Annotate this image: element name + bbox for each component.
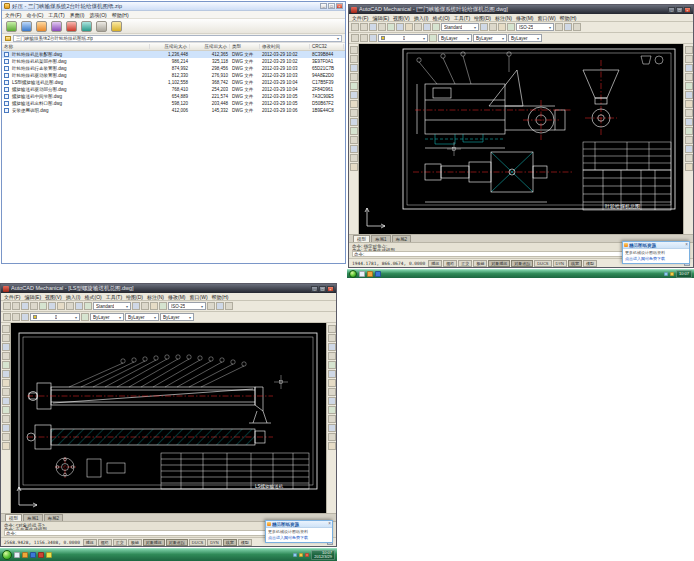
polyline-icon[interactable] xyxy=(2,334,10,342)
file-row[interactable]: 安装使用说明.dwg 412,006 145,332 DWG 文件 2012-0… xyxy=(2,107,345,114)
designcenter-icon[interactable] xyxy=(564,23,572,31)
color-combo[interactable]: ByLayer▾ xyxy=(90,313,124,321)
chevron-down-icon[interactable]: ▾ xyxy=(201,304,203,309)
cad-titlebar[interactable]: AutoCAD Mechanical - [LS型螺旋输送机总图.dwg] – … xyxy=(1,284,336,293)
save-icon[interactable] xyxy=(369,23,377,31)
spline-icon[interactable] xyxy=(2,406,10,414)
style-combo[interactable]: Standard▾ xyxy=(93,302,131,310)
menu-item-format[interactable]: 格式(O) xyxy=(432,15,449,21)
chamfer-icon[interactable] xyxy=(328,433,336,441)
chamfer-icon[interactable] xyxy=(685,154,693,162)
file-row[interactable]: 螺旋输送机出料口图.dwg 598,120 203,448 DWG 文件 201… xyxy=(2,100,345,107)
stretch-icon[interactable] xyxy=(328,397,336,405)
spline-icon[interactable] xyxy=(350,127,358,135)
system-tray-clock[interactable]: 10:07 xyxy=(676,270,692,277)
zoom-window-icon[interactable] xyxy=(498,23,506,31)
trim-icon[interactable] xyxy=(328,406,336,414)
minimize-button[interactable]: – xyxy=(320,3,327,9)
table-icon[interactable] xyxy=(350,145,358,153)
file-row[interactable]: 叶轮给煤机驱动装置图.dwg 812,330 276,910 DWG 文件 20… xyxy=(2,72,345,79)
fillet-icon[interactable] xyxy=(685,145,693,153)
tray-icon[interactable] xyxy=(664,272,668,276)
ducs-toggle[interactable]: DUCS xyxy=(534,260,551,267)
popup-link[interactable]: 点击进入网站免费下载 xyxy=(625,256,687,261)
designcenter-icon[interactable] xyxy=(216,302,224,310)
undo-icon[interactable] xyxy=(75,302,83,310)
file-row[interactable]: LS型螺旋输送机总图.dwg 1,102,558 368,742 DWG 文件 … xyxy=(2,79,345,86)
menu-item-interface[interactable]: 界面(I) xyxy=(70,12,85,18)
menu-item-draw[interactable]: 绘图(D) xyxy=(474,15,491,21)
lineweight-combo[interactable]: ByLayer▾ xyxy=(508,34,542,42)
chevron-down-icon[interactable]: ▾ xyxy=(189,315,191,320)
extend-icon[interactable] xyxy=(685,136,693,144)
close-button[interactable]: × xyxy=(336,3,343,9)
maximize-button[interactable]: □ xyxy=(676,7,683,13)
chevron-down-icon[interactable]: ▾ xyxy=(337,36,339,41)
layer-manager-icon[interactable] xyxy=(351,34,359,42)
menu-item-tools[interactable]: 工具(T) xyxy=(454,15,470,21)
grid-toggle[interactable]: 栅格 xyxy=(98,539,112,546)
file-row[interactable]: 螺旋输送机驱动部分图.dwg 768,410 254,203 DWG 文件 20… xyxy=(2,86,345,93)
text-icon[interactable] xyxy=(2,379,10,387)
tray-icon[interactable] xyxy=(305,553,309,557)
fillet-icon[interactable] xyxy=(328,424,336,432)
polyline-icon[interactable] xyxy=(350,55,358,63)
zoom-icon[interactable] xyxy=(489,23,497,31)
menu-item-format[interactable]: 格式(O) xyxy=(84,294,101,300)
layer-states-icon[interactable] xyxy=(12,313,20,321)
erase-icon[interactable] xyxy=(685,46,693,54)
paste-icon[interactable] xyxy=(66,302,74,310)
maximize-button[interactable]: □ xyxy=(328,3,335,9)
trim-icon[interactable] xyxy=(685,127,693,135)
zoom-icon[interactable] xyxy=(141,302,149,310)
chevron-down-icon[interactable]: ▾ xyxy=(119,315,121,320)
make-layer-current-icon[interactable] xyxy=(21,313,29,321)
menu-item-insert[interactable]: 插入(I) xyxy=(66,294,81,300)
properties-icon[interactable] xyxy=(207,302,215,310)
find-icon[interactable] xyxy=(81,21,92,32)
ortho-toggle[interactable]: 正交 xyxy=(458,260,472,267)
menu-item-edit[interactable]: 编辑(E) xyxy=(372,15,389,21)
menu-item-view[interactable]: 视图(V) xyxy=(45,294,62,300)
chevron-down-icon[interactable]: ▾ xyxy=(502,36,504,41)
drawing-canvas[interactable]: LS螺旋输送机 xyxy=(11,323,326,513)
chevron-down-icon[interactable]: ▾ xyxy=(474,25,476,30)
info-icon[interactable] xyxy=(111,21,122,32)
region-icon[interactable] xyxy=(2,433,10,441)
mirror-icon[interactable] xyxy=(328,343,336,351)
block-icon[interactable] xyxy=(350,109,358,117)
menu-item-file[interactable]: 文件(F) xyxy=(5,12,21,18)
tab-layout1[interactable]: 布局1 xyxy=(371,235,391,242)
menu-item-tools[interactable]: 工具(T) xyxy=(106,294,122,300)
help-icon[interactable] xyxy=(225,302,233,310)
chevron-down-icon[interactable]: ▾ xyxy=(126,304,128,309)
quicklaunch-icon[interactable] xyxy=(359,271,365,277)
quicklaunch-icon[interactable] xyxy=(22,552,28,558)
minimize-button[interactable]: – xyxy=(311,286,318,292)
model-toggle[interactable]: 模型 xyxy=(583,260,597,267)
gradient-icon[interactable] xyxy=(2,442,10,450)
quicklaunch-icon[interactable] xyxy=(375,271,381,277)
extend-icon[interactable] xyxy=(328,415,336,423)
help-icon[interactable] xyxy=(573,23,581,31)
menu-item-options[interactable]: 选项(O) xyxy=(89,12,106,18)
save-icon[interactable] xyxy=(21,302,29,310)
lineweight-combo[interactable]: ByLayer▾ xyxy=(160,313,194,321)
style-combo[interactable]: Standard▾ xyxy=(441,23,479,31)
preview-icon[interactable] xyxy=(387,23,395,31)
chevron-down-icon[interactable]: ▾ xyxy=(549,25,551,30)
ducs-toggle[interactable]: DUCS xyxy=(189,539,206,546)
model-toggle[interactable]: 模型 xyxy=(238,539,252,546)
extract-icon[interactable] xyxy=(21,21,32,32)
circle-icon[interactable] xyxy=(350,64,358,72)
menu-item-file[interactable]: 文件(F) xyxy=(4,294,20,300)
scale-icon[interactable] xyxy=(685,109,693,117)
quicklaunch-icon[interactable] xyxy=(38,552,44,558)
menu-item-tools[interactable]: 工具(T) xyxy=(48,12,64,18)
layer-manager-icon[interactable] xyxy=(3,313,11,321)
tab-model[interactable]: 模型 xyxy=(353,235,370,242)
minimize-button[interactable]: – xyxy=(668,7,675,13)
region-icon[interactable] xyxy=(350,154,358,162)
grid-toggle[interactable]: 栅格 xyxy=(443,260,457,267)
plot-icon[interactable] xyxy=(30,302,38,310)
